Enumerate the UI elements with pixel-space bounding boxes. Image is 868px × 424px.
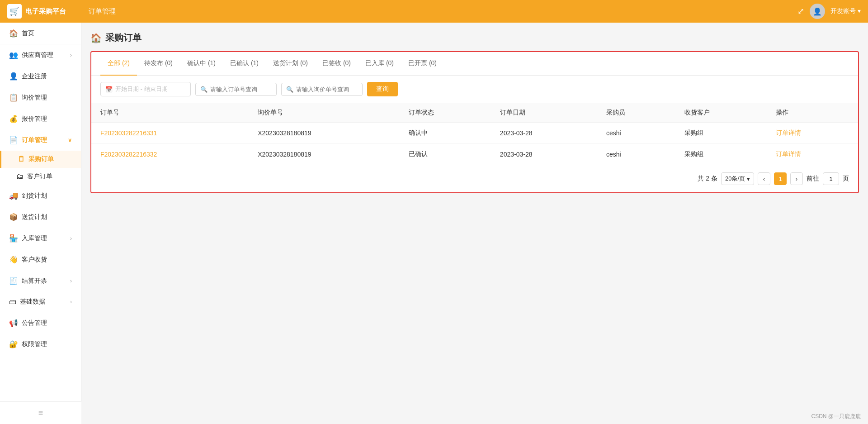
quote-icon: 💰 <box>9 114 18 123</box>
page-size-select[interactable]: 20条/页 ▾ <box>721 172 754 185</box>
page-title-bar: 🏠 采购订单 <box>90 32 859 44</box>
order-icon: 📄 <box>9 136 18 144</box>
sidebar-label-storage: 入库管理 <box>22 234 47 243</box>
sidebar-label-purchase-order: 采购订单 <box>28 155 54 163</box>
goto-suffix: 页 <box>843 175 849 183</box>
tab-stored[interactable]: 已入库 (0) <box>358 52 401 76</box>
row1-customer: 采购组 <box>675 123 767 144</box>
total-count: 共 2 条 <box>698 175 717 183</box>
sidebar-item-announcement[interactable]: 📢 公告管理 <box>0 312 81 333</box>
arrow-icon-base-data: › <box>70 299 72 305</box>
col-date: 订单日期 <box>491 103 597 123</box>
sidebar-collapse-btn[interactable]: ≡ <box>0 401 81 424</box>
tab-confirmed[interactable]: 已确认 (1) <box>223 52 266 76</box>
customer-order-icon: 🗂 <box>16 172 24 181</box>
sidebar-label-delivery: 送货计划 <box>22 213 47 221</box>
row2-order-no: F202303282216332 <box>91 144 249 165</box>
sidebar-item-settlement[interactable]: 🧾 结算开票 › <box>0 270 81 291</box>
prev-page-btn[interactable]: ‹ <box>758 172 770 185</box>
arrow-icon-storage: › <box>70 235 72 242</box>
user-name-btn[interactable]: 开发账号 ▾ <box>830 7 861 15</box>
tab-invoiced[interactable]: 已开票 (0) <box>401 52 444 76</box>
sidebar-label-customer-order: 客户订单 <box>27 172 52 181</box>
filter-row: 📅 开始日期 - 结束日期 🔍 🔍 查询 <box>91 76 858 103</box>
col-buyer: 采购员 <box>597 103 675 123</box>
order-search-input[interactable] <box>210 86 272 93</box>
main-layout: 🏠 首页 👥 供应商管理 › 👤 企业注册 📋 询价管理 💰 报价管理 📄 订单… <box>0 23 868 424</box>
inquiry-search-input[interactable] <box>296 86 358 93</box>
row1-action: 订单详情 <box>767 123 858 144</box>
company-icon: 👤 <box>9 72 18 81</box>
goto-page-input[interactable] <box>823 172 839 185</box>
date-picker[interactable]: 📅 开始日期 - 结束日期 <box>100 82 191 96</box>
sidebar-item-delivery[interactable]: 📦 送货计划 <box>0 206 81 228</box>
sidebar-label-permission: 权限管理 <box>22 340 47 348</box>
table-row: F202303282216331 X20230328180819 确认中 202… <box>91 123 858 144</box>
row2-customer: 采购组 <box>675 144 767 165</box>
row1-order-no: F202303282216331 <box>91 123 249 144</box>
table-row: F202303282216332 X20230328180819 已确认 202… <box>91 144 858 165</box>
top-header: 🛒 电子采购平台 订单管理 ⤢ 👤 开发账号 ▾ <box>0 0 868 23</box>
tab-pending[interactable]: 待发布 (0) <box>137 52 180 76</box>
tab-confirming[interactable]: 确认中 (1) <box>180 52 223 76</box>
sidebar-sub-purchase-order[interactable]: 🗒 采购订单 <box>0 151 81 168</box>
row2-buyer: ceshi <box>597 144 675 165</box>
row1-order-link[interactable]: F202303282216331 <box>100 129 157 137</box>
tabs-row: 全部 (2) 待发布 (0) 确认中 (1) 已确认 (1) 送货计划 (0) … <box>91 52 858 76</box>
base-data-icon: 🗃 <box>9 298 16 306</box>
logo-icon: 🛒 <box>7 4 22 19</box>
sidebar-sub-customer-order[interactable]: 🗂 客户订单 <box>0 168 81 185</box>
sidebar-label-company: 企业注册 <box>22 72 47 81</box>
goto-prefix: 前往 <box>807 175 819 183</box>
search-icon-order: 🔍 <box>200 86 208 93</box>
query-button[interactable]: 查询 <box>367 82 398 96</box>
storage-icon: 🏪 <box>9 234 18 243</box>
current-page-btn[interactable]: 1 <box>774 172 787 185</box>
sidebar-item-customer-receipt[interactable]: 👋 客户收货 <box>0 249 81 270</box>
row1-status: 确认中 <box>400 123 491 144</box>
tab-all[interactable]: 全部 (2) <box>100 52 137 76</box>
sidebar-item-arrival[interactable]: 🚚 到货计划 <box>0 185 81 206</box>
sidebar-item-order[interactable]: 📄 订单管理 ∨ <box>0 129 81 151</box>
supplier-icon: 👥 <box>9 51 18 59</box>
tab-signed[interactable]: 已签收 (0) <box>315 52 358 76</box>
arrow-icon-settlement: › <box>70 278 72 284</box>
page-size-arrow: ▾ <box>747 176 750 182</box>
main-card: 全部 (2) 待发布 (0) 确认中 (1) 已确认 (1) 送货计划 (0) … <box>90 51 859 193</box>
sidebar-item-supplier[interactable]: 👥 供应商管理 › <box>0 44 81 66</box>
row1-detail-link[interactable]: 订单详情 <box>776 129 801 136</box>
sidebar-label-home: 首页 <box>22 29 34 38</box>
settlement-icon: 🧾 <box>9 276 18 285</box>
sidebar-item-inquiry[interactable]: 📋 询价管理 <box>0 87 81 108</box>
order-search-wrapper: 🔍 <box>195 83 277 96</box>
inquiry-search-wrapper: 🔍 <box>281 83 363 96</box>
row1-date: 2023-03-28 <box>491 123 597 144</box>
sidebar-item-permission[interactable]: 🔐 权限管理 <box>0 333 81 355</box>
tab-delivery-plan[interactable]: 送货计划 (0) <box>266 52 315 76</box>
sidebar-item-storage[interactable]: 🏪 入库管理 › <box>0 228 81 249</box>
next-page-btn[interactable]: › <box>790 172 803 185</box>
announcement-icon: 📢 <box>9 319 18 327</box>
row2-order-link[interactable]: F202303282216332 <box>100 151 157 158</box>
sidebar-label-base-data: 基础数据 <box>20 298 45 306</box>
arrow-icon-supplier: › <box>70 52 72 58</box>
row2-inquiry-no: X20230328180819 <box>249 144 399 165</box>
home-icon: 🏠 <box>9 29 18 38</box>
sidebar-item-home[interactable]: 🏠 首页 <box>0 23 81 44</box>
watermark: CSDN @一只鹿鹿鹿 <box>811 413 861 420</box>
row1-inquiry-no: X20230328180819 <box>249 123 399 144</box>
sidebar-label-customer-receipt: 客户收货 <box>22 256 47 264</box>
orders-table: 订单号 询价单号 订单状态 订单日期 采购员 收货客户 操作 F20230328… <box>91 103 858 165</box>
header-title: 订单管理 <box>89 7 797 16</box>
date-placeholder: 开始日期 - 结束日期 <box>115 85 168 93</box>
permission-icon: 🔐 <box>9 340 18 348</box>
sidebar-item-company[interactable]: 👤 企业注册 <box>0 66 81 87</box>
page-size-label: 20条/页 <box>725 175 745 183</box>
col-order-no: 订单号 <box>91 103 249 123</box>
arrival-icon: 🚚 <box>9 191 18 200</box>
sidebar-item-base-data[interactable]: 🗃 基础数据 › <box>0 291 81 312</box>
row2-detail-link[interactable]: 订单详情 <box>776 150 801 157</box>
row2-status: 已确认 <box>400 144 491 165</box>
expand-icon[interactable]: ⤢ <box>797 6 804 16</box>
sidebar-item-quote[interactable]: 💰 报价管理 <box>0 108 81 129</box>
